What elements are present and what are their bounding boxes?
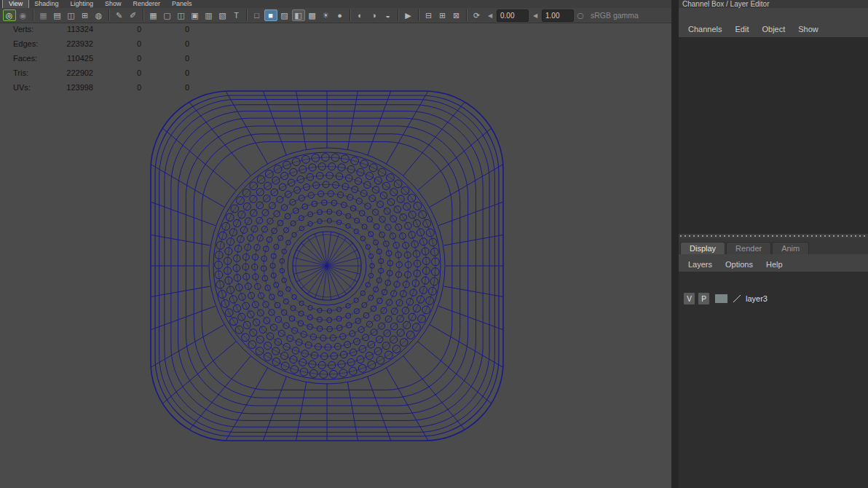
tab-display[interactable]: Display (680, 242, 725, 254)
hud-col3: 0 (141, 39, 189, 48)
hud-value: 123998 (50, 83, 93, 92)
viewport-toolbar: ◎◉▦▤◫⊞◍✎✐▦▢◫▣▥▧T□■▨◧▩☀●◐◑◒▶⊟⊞⊠⟳ ◀ ◀ ◯ sR… (0, 8, 671, 23)
hud-value: 113324 (50, 25, 93, 34)
select-camera-icon[interactable]: ◎ (3, 9, 16, 21)
checkered-icon[interactable]: ▩ (306, 9, 319, 21)
viewport-menu-show[interactable]: Show (99, 0, 127, 8)
hud-col3: 0 (141, 54, 189, 63)
layer-editor-menu-options[interactable]: Options (719, 260, 760, 269)
shadows-icon[interactable]: ● (334, 9, 347, 21)
layer-editor-menu-help[interactable]: Help (760, 260, 789, 269)
grease-pencil-icon[interactable]: ✎ (113, 9, 126, 21)
hud-col2: 0 (93, 25, 141, 34)
shaded-mode-icon[interactable]: ■ (264, 9, 277, 21)
viewport[interactable]: ViewShadingLightingShowRendererPanels ◎◉… (0, 0, 671, 488)
toolbar-separator (350, 9, 350, 21)
image-plane-icon[interactable]: ◫ (65, 9, 78, 21)
safe-action-icon[interactable]: ▧ (216, 9, 229, 21)
layer-visibility-toggle[interactable]: V (683, 292, 695, 305)
camera-attributes-icon[interactable]: ▦ (37, 9, 50, 21)
view-transform-dropdown[interactable]: sRGB gamma (591, 11, 639, 20)
layer-list: V P layer3 (679, 272, 868, 488)
viewport-menu-shading[interactable]: Shading (28, 0, 64, 8)
exposure-group-icon[interactable]: ⊟ (422, 9, 435, 21)
viewport-menu-panels[interactable]: Panels (166, 0, 198, 8)
layer-row[interactable]: V P layer3 (683, 292, 768, 305)
panel-title: Channel Box / Layer Editor (679, 0, 868, 8)
toolbar-separator (246, 9, 247, 21)
layer-editor-menu-layers[interactable]: Layers (682, 260, 719, 269)
gamma-input[interactable] (542, 9, 574, 22)
gamma-toggle-icon[interactable]: ◀ (531, 10, 540, 20)
gamma-indicator-icon: ◯ (576, 10, 585, 20)
resolution-gate-icon[interactable]: ◫ (175, 9, 188, 21)
hud-value: 222902 (50, 68, 93, 77)
layer-editor-tabs: DisplayRenderAnim (679, 238, 868, 254)
grid-icon[interactable]: ▦ (147, 9, 160, 21)
toolbar-separator (143, 9, 143, 21)
film-gate-icon[interactable]: ▢ (161, 9, 174, 21)
viewport-menu-renderer[interactable]: Renderer (127, 0, 166, 8)
hud-row: Verts:11332400 (13, 22, 189, 36)
channel-box-area[interactable] (679, 37, 868, 234)
multisampling-icon[interactable]: ◒ (382, 9, 395, 21)
layer-type-icon[interactable] (732, 294, 742, 304)
hud-row: Faces:11042500 (13, 51, 189, 66)
hud-value: 110425 (50, 54, 93, 63)
tab-render[interactable]: Render (726, 242, 771, 254)
channel-box-menu-object[interactable]: Object (755, 25, 792, 34)
layer-color-swatch[interactable] (714, 294, 728, 304)
toolbar-fields: ◀ ◀ ◯ sRGB gamma (486, 9, 639, 22)
hud-label: Faces: (13, 54, 50, 63)
lights-icon[interactable]: ☀ (320, 9, 333, 21)
gate-mask-icon[interactable]: ▣ (189, 9, 202, 21)
grease-frames-icon[interactable]: ✐ (127, 9, 140, 21)
layer-playback-toggle[interactable]: P (698, 292, 710, 305)
contrast-icon[interactable]: ⊞ (436, 9, 449, 21)
exposure-toggle-icon[interactable]: ◀ (486, 10, 494, 20)
toolbar-separator (466, 9, 467, 21)
lock-camera-icon[interactable]: ◉ (17, 9, 30, 21)
textured-mode-icon[interactable]: ▨ (278, 9, 291, 21)
hud-label: Verts: (13, 25, 50, 34)
channel-box-menu-edit[interactable]: Edit (728, 25, 755, 34)
panel-splitter[interactable] (671, 0, 679, 488)
viewport-menu-lighting[interactable]: Lighting (64, 0, 99, 8)
viewport-menu-view[interactable]: View (3, 0, 28, 8)
hud-col2: 0 (93, 54, 141, 63)
highlight-icon[interactable]: ⊠ (450, 9, 463, 21)
ao-icon[interactable]: ◐ (354, 9, 367, 21)
channel-box-menu-channels[interactable]: Channels (682, 25, 728, 34)
hud-value: 223932 (50, 39, 93, 48)
wireframe-mode-icon[interactable]: □ (250, 9, 264, 21)
hud-col3: 0 (141, 25, 189, 34)
hud-row: Tris:22290200 (13, 66, 189, 80)
splitter-grip[interactable] (679, 234, 868, 238)
hud-row: UVs:12399800 (13, 80, 189, 95)
field-chart-icon[interactable]: ▥ (202, 9, 216, 21)
oversampling-icon[interactable]: ◍ (92, 9, 106, 21)
hud-col2: 0 (93, 39, 141, 48)
safe-title-icon[interactable]: T (230, 9, 243, 21)
tab-anim[interactable]: Anim (772, 242, 809, 254)
hud-label: UVs: (13, 83, 50, 92)
hud-label: Edges: (13, 39, 50, 48)
toolbar-icons: ◎◉▦▤◫⊞◍✎✐▦▢◫▣▥▧T□■▨◧▩☀●◐◑◒▶⊟⊞⊠⟳ (2, 8, 484, 23)
layer-name[interactable]: layer3 (746, 294, 768, 303)
hud-col2: 0 (93, 83, 141, 92)
toolbar-separator (398, 9, 398, 21)
channel-box-menubar: ChannelsEditObjectShow (679, 8, 868, 37)
bookmarks-icon[interactable]: ▤ (51, 9, 64, 21)
isolate-select-icon[interactable]: ▶ (402, 9, 415, 21)
hud-stats: Verts:11332400Edges:22393200Faces:110425… (13, 22, 189, 95)
maya-window: ViewShadingLightingShowRendererPanels ◎◉… (0, 0, 868, 488)
refresh-icon[interactable]: ⟳ (470, 9, 484, 21)
exposure-input[interactable] (497, 9, 529, 22)
pan-zoom-icon[interactable]: ⊞ (79, 9, 92, 21)
channel-box-menu-show[interactable]: Show (792, 25, 825, 34)
hud-label: Tris: (13, 68, 50, 77)
motion-blur-icon[interactable]: ◑ (368, 9, 381, 21)
hud-col3: 0 (141, 68, 189, 77)
viewport-menubar: ViewShadingLightingShowRendererPanels (0, 0, 671, 8)
use-default-material-icon[interactable]: ◧ (292, 9, 305, 21)
